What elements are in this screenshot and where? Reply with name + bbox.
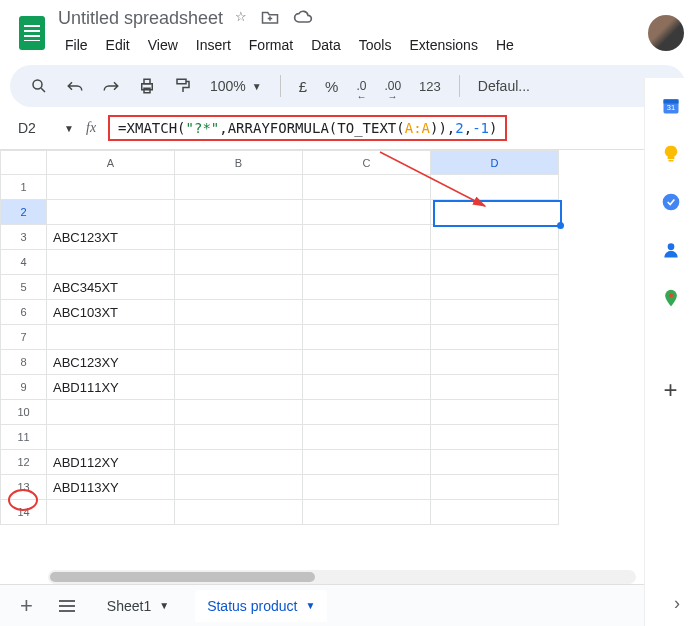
row-header-9[interactable]: 9: [1, 375, 47, 400]
row-header-6[interactable]: 6: [1, 300, 47, 325]
cell-B14[interactable]: [175, 500, 303, 525]
row-header-1[interactable]: 1: [1, 175, 47, 200]
cell-A4[interactable]: [47, 250, 175, 275]
doc-title[interactable]: Untitled spreadsheet: [58, 8, 223, 29]
scrollbar-thumb[interactable]: [50, 572, 315, 582]
cell-D9[interactable]: [431, 375, 559, 400]
cell-A3[interactable]: ABC123XT: [47, 225, 175, 250]
cell-D1[interactable]: [431, 175, 559, 200]
cell-B8[interactable]: [175, 350, 303, 375]
cell-A7[interactable]: [47, 325, 175, 350]
cell-A11[interactable]: [47, 425, 175, 450]
cell-A6[interactable]: ABC103XT: [47, 300, 175, 325]
menu-data[interactable]: Data: [304, 33, 348, 57]
cell-B2[interactable]: [175, 200, 303, 225]
cell-D11[interactable]: [431, 425, 559, 450]
menu-help[interactable]: He: [489, 33, 521, 57]
cell-C6[interactable]: [303, 300, 431, 325]
increase-decimal-button[interactable]: .00→: [384, 79, 401, 93]
cell-C2[interactable]: [303, 200, 431, 225]
cell-A2[interactable]: [47, 200, 175, 225]
row-header-11[interactable]: 11: [1, 425, 47, 450]
star-icon[interactable]: ☆: [235, 9, 247, 28]
row-header-14[interactable]: 14: [1, 500, 47, 525]
row-header-12[interactable]: 12: [1, 450, 47, 475]
cell-B5[interactable]: [175, 275, 303, 300]
cell-B3[interactable]: [175, 225, 303, 250]
cell-C7[interactable]: [303, 325, 431, 350]
spreadsheet-grid[interactable]: ABCD12133ABC123XT45ABC345XT6ABC103XT78AB…: [0, 150, 696, 538]
row-header-7[interactable]: 7: [1, 325, 47, 350]
add-addon-icon[interactable]: +: [663, 376, 677, 404]
cell-D13[interactable]: [431, 475, 559, 500]
cell-A12[interactable]: ABD112XY: [47, 450, 175, 475]
cloud-status-icon[interactable]: [293, 9, 313, 28]
cell-C4[interactable]: [303, 250, 431, 275]
tasks-icon[interactable]: [661, 192, 681, 212]
cell-D5[interactable]: [431, 275, 559, 300]
cell-B4[interactable]: [175, 250, 303, 275]
sidebar-expand-icon[interactable]: ›: [674, 593, 680, 614]
currency-button[interactable]: £: [299, 78, 307, 95]
cell-A8[interactable]: ABC123XY: [47, 350, 175, 375]
chevron-down-icon[interactable]: ▼: [159, 600, 169, 611]
search-icon[interactable]: [30, 77, 48, 95]
cell-C1[interactable]: [303, 175, 431, 200]
cell-A1[interactable]: [47, 175, 175, 200]
sheet-tab-sheet1[interactable]: Sheet1▼: [95, 590, 181, 622]
cell-A14[interactable]: [47, 500, 175, 525]
maps-icon[interactable]: [661, 288, 681, 308]
cell-D12[interactable]: [431, 450, 559, 475]
cell-D8[interactable]: [431, 350, 559, 375]
row-header-8[interactable]: 8: [1, 350, 47, 375]
row-header-4[interactable]: 4: [1, 250, 47, 275]
row-header-10[interactable]: 10: [1, 400, 47, 425]
percent-button[interactable]: %: [325, 78, 338, 95]
menu-file[interactable]: File: [58, 33, 95, 57]
select-all-corner[interactable]: [1, 151, 47, 175]
all-sheets-button[interactable]: [53, 600, 81, 612]
cell-C5[interactable]: [303, 275, 431, 300]
cell-C8[interactable]: [303, 350, 431, 375]
row-header-2[interactable]: 2: [1, 200, 47, 225]
calendar-icon[interactable]: 31: [661, 96, 681, 116]
account-avatar[interactable]: [648, 15, 684, 51]
cell-B12[interactable]: [175, 450, 303, 475]
cell-C12[interactable]: [303, 450, 431, 475]
row-header-5[interactable]: 5: [1, 275, 47, 300]
cell-B11[interactable]: [175, 425, 303, 450]
cell-C3[interactable]: [303, 225, 431, 250]
number-format-button[interactable]: 123: [419, 79, 441, 94]
cell-B7[interactable]: [175, 325, 303, 350]
cell-D2[interactable]: 13: [431, 200, 559, 225]
cell-B1[interactable]: [175, 175, 303, 200]
cell-C11[interactable]: [303, 425, 431, 450]
cell-D14[interactable]: [431, 500, 559, 525]
cell-A5[interactable]: ABC345XT: [47, 275, 175, 300]
menu-view[interactable]: View: [141, 33, 185, 57]
cell-B9[interactable]: [175, 375, 303, 400]
paint-format-icon[interactable]: [174, 77, 192, 95]
print-icon[interactable]: [138, 77, 156, 95]
cell-D4[interactable]: [431, 250, 559, 275]
redo-icon[interactable]: [102, 79, 120, 93]
horizontal-scrollbar[interactable]: [48, 570, 636, 584]
menu-tools[interactable]: Tools: [352, 33, 399, 57]
undo-icon[interactable]: [66, 79, 84, 93]
cell-A13[interactable]: ABD113XY: [47, 475, 175, 500]
sheets-logo[interactable]: [12, 13, 52, 53]
keep-icon[interactable]: [661, 144, 681, 164]
cell-C10[interactable]: [303, 400, 431, 425]
name-box[interactable]: D2▼: [18, 120, 78, 136]
font-select[interactable]: Defaul...: [478, 78, 530, 94]
column-header-A[interactable]: A: [47, 151, 175, 175]
column-header-C[interactable]: C: [303, 151, 431, 175]
cell-B6[interactable]: [175, 300, 303, 325]
contacts-icon[interactable]: [661, 240, 681, 260]
cell-D10[interactable]: [431, 400, 559, 425]
zoom-select[interactable]: 100%▼: [210, 78, 262, 94]
add-sheet-button[interactable]: +: [14, 593, 39, 619]
row-header-13[interactable]: 13: [1, 475, 47, 500]
cell-A10[interactable]: [47, 400, 175, 425]
menu-extensions[interactable]: Extensions: [402, 33, 484, 57]
